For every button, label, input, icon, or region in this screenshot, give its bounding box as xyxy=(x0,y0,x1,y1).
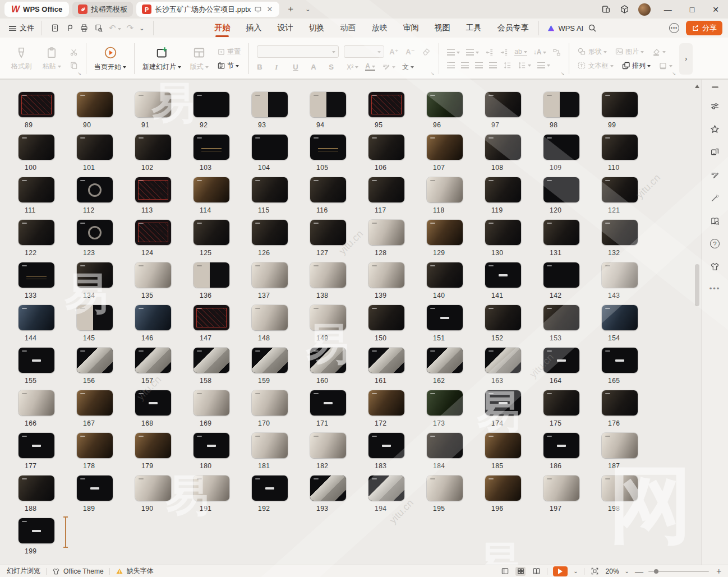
slide-thumbnail[interactable] xyxy=(193,476,229,501)
convert-smartart-icon[interactable] xyxy=(552,48,561,57)
slide-thumbnail[interactable] xyxy=(543,220,579,245)
paste-button[interactable]: 粘贴 xyxy=(39,47,64,71)
slide-thumbnail[interactable] xyxy=(19,92,54,117)
slide-thumbnail[interactable] xyxy=(368,135,404,160)
object-properties-icon[interactable] xyxy=(710,101,720,111)
slide-thumbnail[interactable] xyxy=(135,262,171,288)
slide-thumbnail[interactable] xyxy=(252,220,288,245)
slide-sorter-view-button[interactable] xyxy=(515,567,526,576)
strike-a-button[interactable]: A xyxy=(311,63,322,71)
slide-thumbnail[interactable] xyxy=(135,177,171,202)
slide-thumbnail[interactable] xyxy=(310,135,346,160)
tab-document[interactable]: P 长沙五矿广场办公室项目.pptx ✕ xyxy=(136,2,279,17)
slide-thumbnail[interactable] xyxy=(602,390,638,416)
share-button[interactable]: 分享 xyxy=(686,21,722,35)
slide-thumbnail[interactable] xyxy=(252,92,288,117)
format-painter-button[interactable]: 格式刷 xyxy=(9,47,34,71)
slide-thumbnail[interactable] xyxy=(543,476,579,501)
slide-thumbnail[interactable] xyxy=(77,390,113,416)
slide-thumbnail[interactable] xyxy=(135,92,171,117)
slide-thumbnail[interactable] xyxy=(427,348,463,373)
slide-thumbnail[interactable] xyxy=(427,220,463,245)
align-center-icon[interactable] xyxy=(461,62,469,68)
redo-icon[interactable]: ↷ xyxy=(127,23,134,33)
slide-thumbnail[interactable] xyxy=(310,476,346,501)
smart-tools-icon[interactable] xyxy=(710,193,720,203)
text-direction-button[interactable]: ↓A xyxy=(533,48,547,56)
slide-thumbnail[interactable] xyxy=(252,476,288,501)
menu-tab-工具[interactable]: 工具 xyxy=(459,21,488,35)
slide-thumbnail[interactable] xyxy=(135,433,171,458)
shapes-button[interactable]: 形状 xyxy=(577,47,606,57)
slide-thumbnail[interactable] xyxy=(135,135,171,160)
undo-icon[interactable]: ↶ xyxy=(109,23,121,33)
slide-thumbnail[interactable] xyxy=(485,135,521,160)
slide-thumbnail[interactable] xyxy=(602,433,638,458)
shape-outline-button[interactable] xyxy=(658,61,672,70)
slide-thumbnail[interactable] xyxy=(310,305,346,330)
slide-thumbnail[interactable] xyxy=(310,220,346,245)
slide-thumbnail[interactable] xyxy=(77,262,113,288)
skin-theme-icon[interactable] xyxy=(710,261,720,271)
close-window-button[interactable]: ✕ xyxy=(708,5,724,14)
slide-thumbnail[interactable] xyxy=(602,92,638,117)
justify-icon[interactable] xyxy=(489,62,497,68)
slide-thumbnail[interactable] xyxy=(368,262,404,288)
slide-thumbnail[interactable] xyxy=(427,135,463,160)
slide-thumbnail[interactable] xyxy=(602,177,638,202)
slide-thumbnail[interactable] xyxy=(368,305,404,330)
slide-thumbnail[interactable] xyxy=(193,177,229,202)
insert-launcher-icon[interactable]: ↘ xyxy=(672,71,676,76)
font-name-combobox[interactable] xyxy=(257,45,339,58)
slide-thumbnail[interactable] xyxy=(135,476,171,501)
slide-thumbnail[interactable] xyxy=(252,177,288,202)
slide-thumbnail[interactable] xyxy=(602,135,638,160)
slide-thumbnail[interactable] xyxy=(19,177,54,202)
slide-thumbnail[interactable] xyxy=(485,433,521,458)
italic-button[interactable]: I xyxy=(275,63,286,72)
search-icon[interactable] xyxy=(588,24,597,33)
font-launcher-icon[interactable]: ↘ xyxy=(431,71,435,76)
phonetic-guide-button[interactable]: 文 xyxy=(402,62,414,72)
maximize-button[interactable]: □ xyxy=(685,5,699,14)
zoom-out-button[interactable]: — xyxy=(635,566,643,576)
theme-indicator[interactable]: Office Theme xyxy=(47,567,109,575)
slide-thumbnail[interactable] xyxy=(193,135,229,160)
slide-thumbnail[interactable] xyxy=(368,348,404,373)
character-spacing-button[interactable]: ab xyxy=(514,49,527,56)
menu-tab-审阅[interactable]: 审阅 xyxy=(396,21,425,35)
slide-thumbnail[interactable] xyxy=(310,390,346,416)
menu-tab-设计[interactable]: 设计 xyxy=(270,21,300,35)
slide-thumbnail[interactable] xyxy=(310,92,346,117)
slide-thumbnail[interactable] xyxy=(602,262,638,288)
slide-thumbnail[interactable] xyxy=(485,92,521,117)
slide-thumbnail[interactable] xyxy=(427,433,463,458)
shape-fill-button[interactable] xyxy=(652,47,666,56)
close-tab-icon[interactable]: ✕ xyxy=(265,5,274,13)
numbering-button[interactable] xyxy=(466,49,479,56)
slide-thumbnail[interactable] xyxy=(485,262,521,288)
clipboard-launcher-icon[interactable]: ↘ xyxy=(77,71,81,76)
slide-thumbnail[interactable] xyxy=(485,390,521,416)
present-to-screen-icon[interactable] xyxy=(254,6,262,13)
textbox-button[interactable]: 文本框 xyxy=(577,61,613,71)
new-tab-button[interactable]: ＋ xyxy=(283,3,298,15)
font-size-combobox[interactable] xyxy=(344,45,384,58)
menu-tab-插入[interactable]: 插入 xyxy=(239,21,268,35)
slide-thumbnail[interactable] xyxy=(77,92,113,117)
file-menu-button[interactable]: 文件 xyxy=(6,23,38,33)
slide-thumbnail[interactable] xyxy=(368,177,404,202)
slide-thumbnail[interactable] xyxy=(77,177,113,202)
slide-thumbnail[interactable] xyxy=(427,390,463,416)
slide-thumbnail[interactable] xyxy=(602,476,638,501)
slide-thumbnail[interactable] xyxy=(602,220,638,245)
save-icon[interactable] xyxy=(50,24,59,33)
font-color-button[interactable]: A xyxy=(365,63,375,71)
copy-icon[interactable] xyxy=(70,61,78,70)
slide-thumbnail[interactable] xyxy=(368,476,404,501)
zoom-in-button[interactable]: ＋ xyxy=(715,566,722,576)
strikethrough-button[interactable]: S xyxy=(329,63,340,71)
zoom-slider-knob[interactable] xyxy=(654,569,658,574)
slide-thumbnail[interactable] xyxy=(602,305,638,330)
slide-thumbnail[interactable] xyxy=(252,348,288,373)
